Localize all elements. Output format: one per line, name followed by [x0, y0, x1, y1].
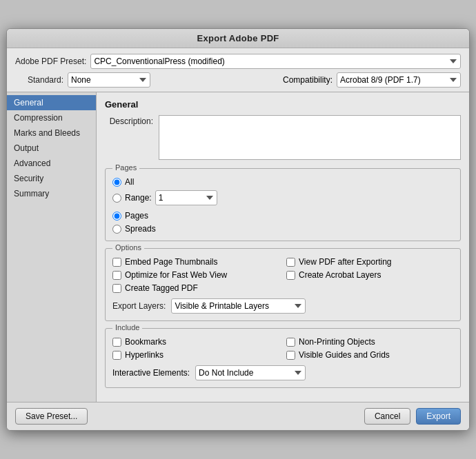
- spreads-radio-row: Spreads: [112, 224, 453, 234]
- section-title: General: [105, 99, 461, 110]
- non-printing-label: Non-Printing Objects: [299, 337, 375, 347]
- range-label: Range:: [125, 193, 152, 203]
- compatibility-right: Compatibility: Acrobat 4 (PDF 1.3) Acrob…: [283, 72, 461, 88]
- pages-group: Pages All Range: 1: [105, 168, 461, 241]
- optimize-web-row: Optimize for Fast Web View: [112, 270, 279, 280]
- pages-radio-row: Pages: [112, 211, 453, 221]
- acrobat-layers-checkbox[interactable]: [286, 271, 295, 280]
- save-preset-button[interactable]: Save Preset...: [15, 408, 88, 425]
- spreads-label: Spreads: [125, 224, 156, 234]
- embed-thumbnails-row: Embed Page Thumbnails: [112, 257, 279, 267]
- standard-left: Standard: None PDF/X-1a:2001 PDF/X-3:200…: [15, 72, 150, 88]
- cancel-button[interactable]: Cancel: [364, 408, 410, 425]
- standard-select[interactable]: None PDF/X-1a:2001 PDF/X-3:2002 PDF/X-4:…: [68, 72, 150, 88]
- include-group-label: Include: [112, 323, 142, 332]
- main-area: General Compression Marks and Bleeds Out…: [7, 92, 469, 402]
- embed-thumbnails-label: Embed Page Thumbnails: [125, 257, 218, 267]
- tagged-pdf-row: Create Tagged PDF: [112, 283, 453, 293]
- acrobat-layers-label: Create Acrobat Layers: [299, 270, 381, 280]
- include-checkboxes: Bookmarks Non-Printing Objects Hyperlink…: [112, 337, 453, 360]
- description-textarea[interactable]: [159, 115, 461, 160]
- bookmarks-row: Bookmarks: [112, 337, 279, 347]
- tagged-pdf-label: Create Tagged PDF: [125, 283, 198, 293]
- acrobat-layers-row: Create Acrobat Layers: [286, 270, 453, 280]
- range-radio[interactable]: [112, 194, 121, 203]
- preset-row: Adobe PDF Preset: CPC_ConventionalPress …: [15, 54, 461, 69]
- tagged-pdf-checkbox[interactable]: [112, 284, 121, 293]
- compatibility-label: Compatibility:: [283, 75, 333, 85]
- optimize-web-label: Optimize for Fast Web View: [125, 270, 227, 280]
- non-printing-checkbox[interactable]: [286, 338, 295, 347]
- sidebar-item-security[interactable]: Security: [7, 171, 96, 186]
- bottom-right-buttons: Cancel Export: [364, 408, 461, 425]
- range-select[interactable]: 1: [155, 190, 217, 205]
- preset-select[interactable]: CPC_ConventionalPress (modified): [90, 54, 461, 69]
- bottom-bar: Save Preset... Cancel Export: [7, 402, 469, 430]
- sidebar-item-marks-bleeds[interactable]: Marks and Bleeds: [7, 125, 96, 141]
- view-pdf-checkbox[interactable]: [286, 258, 295, 267]
- pages-label: Pages: [125, 211, 148, 221]
- sidebar-item-summary[interactable]: Summary: [7, 186, 96, 201]
- pages-radio-group: All Range: 1: [112, 177, 453, 205]
- options-checkboxes: Embed Page Thumbnails View PDF after Exp…: [112, 257, 453, 280]
- interactive-elements-label: Interactive Elements:: [112, 368, 190, 378]
- description-label: Description:: [105, 115, 153, 126]
- export-layers-label: Export Layers:: [112, 301, 166, 311]
- sidebar-item-advanced[interactable]: Advanced: [7, 156, 96, 171]
- export-pdf-dialog: Export Adobe PDF Adobe PDF Preset: CPC_C…: [6, 28, 470, 431]
- all-radio[interactable]: [112, 178, 121, 187]
- all-label: All: [125, 177, 134, 187]
- export-button[interactable]: Export: [416, 408, 461, 425]
- embed-thumbnails-checkbox[interactable]: [112, 258, 121, 267]
- interactive-elements-row: Interactive Elements: Do Not Include Inc…: [112, 365, 453, 380]
- spreads-radio[interactable]: [112, 225, 121, 234]
- range-radio-row: Range: 1: [112, 190, 453, 205]
- top-controls: Adobe PDF Preset: CPC_ConventionalPress …: [7, 48, 469, 92]
- view-pdf-label: View PDF after Exporting: [299, 257, 392, 267]
- pages-group-label: Pages: [112, 163, 139, 172]
- export-layers-select[interactable]: Visible & Printable Layers Visible Layer…: [171, 298, 306, 314]
- interactive-elements-select[interactable]: Do Not Include Include All Appearance On…: [195, 365, 306, 380]
- preset-label: Adobe PDF Preset:: [15, 57, 86, 66]
- content-area: General Description: Pages All Range:: [97, 92, 469, 402]
- visible-guides-checkbox[interactable]: [286, 351, 295, 360]
- view-pdf-row: View PDF after Exporting: [286, 257, 453, 267]
- hyperlinks-label: Hyperlinks: [125, 350, 163, 360]
- sidebar: General Compression Marks and Bleeds Out…: [7, 92, 97, 402]
- bookmarks-checkbox[interactable]: [112, 338, 121, 347]
- sidebar-item-output[interactable]: Output: [7, 141, 96, 156]
- visible-guides-row: Visible Guides and Grids: [286, 350, 453, 360]
- sidebar-item-compression[interactable]: Compression: [7, 110, 96, 125]
- optimize-web-checkbox[interactable]: [112, 271, 121, 280]
- options-group-label: Options: [112, 243, 144, 252]
- standard-label: Standard:: [15, 75, 63, 85]
- pages-radio[interactable]: [112, 212, 121, 221]
- non-printing-row: Non-Printing Objects: [286, 337, 453, 347]
- dialog-title: Export Adobe PDF: [7, 29, 469, 48]
- compatibility-select[interactable]: Acrobat 4 (PDF 1.3) Acrobat 5 (PDF 1.4) …: [337, 72, 461, 88]
- include-group: Include Bookmarks Non-Printing Objects H…: [105, 328, 461, 388]
- bookmarks-label: Bookmarks: [125, 337, 166, 347]
- export-layers-row: Export Layers: Visible & Printable Layer…: [112, 298, 453, 314]
- description-area: Description:: [105, 115, 461, 160]
- options-group: Options Embed Page Thumbnails View PDF a…: [105, 248, 461, 321]
- all-radio-row: All: [112, 177, 453, 187]
- visible-guides-label: Visible Guides and Grids: [299, 350, 390, 360]
- sidebar-item-general[interactable]: General: [7, 95, 96, 110]
- hyperlinks-row: Hyperlinks: [112, 350, 279, 360]
- hyperlinks-checkbox[interactable]: [112, 351, 121, 360]
- standard-compat-row: Standard: None PDF/X-1a:2001 PDF/X-3:200…: [15, 72, 461, 88]
